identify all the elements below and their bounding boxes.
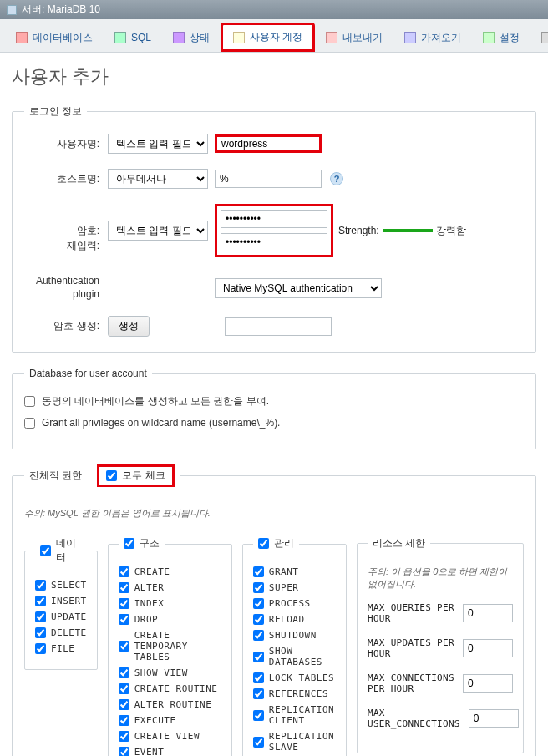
privilege-checkbox[interactable]	[35, 580, 46, 591]
resource-limit-row: MAX CONNECTIONS PER HOUR	[368, 672, 513, 694]
privilege-checkbox[interactable]	[119, 641, 129, 652]
privilege-item: SELECT	[35, 580, 87, 591]
privileges-note: 주의: MySQL 권한 이름은 영어로 표시됩니다.	[24, 507, 524, 520]
password-input[interactable]	[221, 210, 327, 228]
top-tabs: 데이터베이스SQL상태사용자 계정내보내기가져오기설정복제환경	[0, 19, 548, 53]
resource-limit-input[interactable]	[463, 674, 513, 693]
privilege-item: EVENT	[119, 747, 221, 756]
resource-limit-input[interactable]	[463, 604, 513, 622]
resource-limit-input[interactable]	[463, 639, 513, 657]
privilege-checkbox[interactable]	[253, 710, 264, 721]
privilege-checkbox[interactable]	[253, 652, 264, 662]
window-titlebar: 서버: MariaDB 10	[0, 0, 548, 19]
resource-limits-note: 주의: 이 옵션을 0으로 하면 제한이 없어집니다.	[368, 566, 513, 591]
privilege-item: INSERT	[35, 596, 87, 606]
data-group-checkbox[interactable]	[40, 545, 51, 556]
privilege-checkbox[interactable]	[119, 614, 129, 625]
page-title: 사용자 추가	[12, 64, 536, 89]
privilege-checkbox[interactable]	[35, 596, 46, 606]
auth-plugin-select[interactable]: Native MySQL authentication	[215, 278, 382, 298]
tab-db[interactable]: 데이터베이스	[5, 23, 104, 52]
strength-label: Strength:	[338, 225, 379, 236]
privilege-label: FILE	[51, 643, 75, 654]
privilege-checkbox[interactable]	[35, 643, 46, 654]
privilege-checkbox[interactable]	[35, 611, 46, 622]
privilege-checkbox[interactable]	[253, 688, 264, 699]
privilege-label: REPLICATION SLAVE	[269, 731, 336, 753]
tab-us[interactable]: 사용자 계정	[221, 23, 315, 52]
privilege-label: REPLICATION CLIENT	[269, 704, 336, 726]
privilege-checkbox[interactable]	[253, 566, 264, 577]
username-label: 사용자명:	[24, 137, 108, 151]
privilege-checkbox[interactable]	[119, 683, 129, 694]
host-type-select[interactable]: 아무데서나	[108, 169, 208, 189]
password-type-select[interactable]: 텍스트 입력 필드들	[108, 221, 208, 241]
privilege-label: CREATE ROUTINE	[134, 683, 218, 694]
privilege-checkbox[interactable]	[119, 715, 129, 726]
privilege-checkbox[interactable]	[253, 614, 264, 625]
privilege-checkbox[interactable]	[35, 627, 46, 638]
privilege-checkbox[interactable]	[253, 737, 264, 748]
host-label: 호스트명:	[24, 172, 108, 186]
privilege-item: CREATE	[119, 566, 221, 577]
privilege-label: SELECT	[51, 580, 87, 591]
privilege-checkbox[interactable]	[119, 667, 129, 678]
create-db-same-name-checkbox[interactable]	[24, 396, 35, 407]
tab-sql[interactable]: SQL	[104, 23, 162, 52]
privilege-label: DROP	[134, 614, 159, 625]
resource-limit-input[interactable]	[469, 709, 519, 728]
check-all-checkbox[interactable]	[106, 470, 117, 481]
resource-limit-row: MAX QUERIES PER HOUR	[368, 602, 513, 624]
privilege-label: RELOAD	[269, 614, 305, 625]
privilege-item: REFERENCES	[253, 688, 336, 699]
structure-group-checkbox[interactable]	[124, 538, 134, 549]
privilege-label: REFERENCES	[269, 688, 328, 699]
privilege-checkbox[interactable]	[253, 598, 264, 609]
resource-limit-row: MAX UPDATES PER HOUR	[368, 637, 513, 659]
privilege-checkbox[interactable]	[119, 731, 129, 742]
privilege-checkbox[interactable]	[253, 630, 264, 641]
privilege-label: ALTER	[134, 582, 165, 593]
privilege-item: REPLICATION SLAVE	[253, 731, 336, 753]
privilege-checkbox[interactable]	[253, 672, 264, 683]
database-for-user-fieldset: Database for user account 동명의 데이터베이스를 생성…	[12, 368, 536, 449]
privilege-item: GRANT	[253, 566, 336, 577]
tab-ex[interactable]: 내보내기	[315, 23, 393, 52]
privilege-label: LOCK TABLES	[269, 672, 334, 683]
tab-se[interactable]: 설정	[472, 23, 530, 52]
privilege-item: PROCESS	[253, 598, 336, 609]
tab-rp[interactable]: 복제	[530, 23, 548, 52]
privilege-checkbox[interactable]	[119, 747, 129, 756]
tab-im[interactable]: 가져오기	[393, 23, 472, 52]
tab-st[interactable]: 상태	[162, 23, 221, 52]
tab-label: 데이터베이스	[33, 31, 93, 45]
privilege-checkbox[interactable]	[119, 598, 129, 609]
privilege-item: DROP	[119, 614, 221, 625]
grant-wildcard-label: Grant all privileges on wildcard name (u…	[42, 417, 280, 429]
host-input[interactable]	[215, 170, 322, 188]
us-icon	[233, 32, 245, 43]
help-icon[interactable]: ?	[330, 172, 343, 185]
privilege-label: PROCESS	[269, 598, 311, 609]
resource-limit-label: MAX CONNECTIONS PER HOUR	[368, 672, 454, 694]
privilege-checkbox[interactable]	[119, 699, 129, 710]
privilege-checkbox[interactable]	[253, 582, 264, 593]
privilege-checkbox[interactable]	[119, 582, 129, 593]
privilege-item: EXECUTE	[119, 715, 221, 726]
im-icon	[404, 32, 416, 43]
admin-group-checkbox[interactable]	[258, 538, 269, 549]
tab-label: 설정	[500, 31, 520, 45]
grant-wildcard-checkbox[interactable]	[24, 418, 35, 429]
password-retype-input[interactable]	[221, 233, 327, 251]
username-type-select[interactable]: 텍스트 입력 필드들	[108, 134, 208, 154]
data-privileges-group: 데이터 SELECTINSERTUPDATEDELETEFILE	[24, 536, 98, 670]
generate-password-button[interactable]: 생성	[108, 316, 150, 337]
privilege-checkbox[interactable]	[119, 566, 129, 577]
resource-limit-row: MAX USER_CONNECTIONS	[368, 708, 513, 729]
privilege-label: CREATE TEMPORARY TABLES	[134, 630, 221, 662]
username-input[interactable]	[215, 134, 322, 153]
privilege-label: INSERT	[51, 596, 87, 606]
generated-password-input[interactable]	[225, 317, 332, 336]
structure-group-title: 구조	[140, 536, 160, 551]
resource-limit-label: MAX UPDATES PER HOUR	[368, 637, 454, 659]
